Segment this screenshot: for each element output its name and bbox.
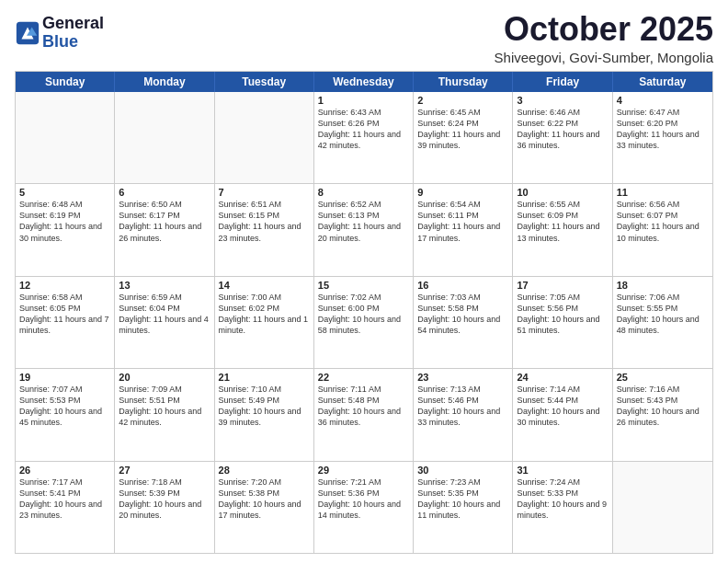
cell-info: Sunrise: 7:03 AM Sunset: 5:58 PM Dayligh… xyxy=(417,292,508,337)
cal-cell: 9Sunrise: 6:54 AM Sunset: 6:11 PM Daylig… xyxy=(414,184,513,275)
cal-cell: 15Sunrise: 7:02 AM Sunset: 6:00 PM Dayli… xyxy=(314,277,414,368)
day-number: 4 xyxy=(617,95,709,106)
cal-cell: 29Sunrise: 7:21 AM Sunset: 5:36 PM Dayli… xyxy=(314,462,414,553)
cal-cell: 4Sunrise: 6:47 AM Sunset: 6:20 PM Daylig… xyxy=(613,92,712,183)
cal-cell: 7Sunrise: 6:51 AM Sunset: 6:15 PM Daylig… xyxy=(215,184,314,275)
header: General Blue October 2025 Shiveegovi, Go… xyxy=(15,11,713,65)
cell-info: Sunrise: 7:05 AM Sunset: 5:56 PM Dayligh… xyxy=(517,292,608,337)
cell-info: Sunrise: 7:14 AM Sunset: 5:44 PM Dayligh… xyxy=(517,384,608,429)
cal-cell: 31Sunrise: 7:24 AM Sunset: 5:33 PM Dayli… xyxy=(513,462,612,553)
cell-info: Sunrise: 7:00 AM Sunset: 6:02 PM Dayligh… xyxy=(219,292,310,337)
cell-info: Sunrise: 7:11 AM Sunset: 5:48 PM Dayligh… xyxy=(318,384,409,429)
logo-text: General Blue xyxy=(42,15,104,52)
calendar-body: 1Sunrise: 6:43 AM Sunset: 6:26 PM Daylig… xyxy=(16,92,712,553)
day-number: 12 xyxy=(19,280,110,291)
cell-info: Sunrise: 6:58 AM Sunset: 6:05 PM Dayligh… xyxy=(19,292,110,337)
cal-cell: 16Sunrise: 7:03 AM Sunset: 5:58 PM Dayli… xyxy=(414,277,513,368)
cell-info: Sunrise: 7:24 AM Sunset: 5:33 PM Dayligh… xyxy=(517,477,608,522)
day-number: 1 xyxy=(318,95,409,106)
cal-cell xyxy=(613,462,712,553)
logo-icon xyxy=(15,20,40,46)
cell-info: Sunrise: 7:20 AM Sunset: 5:38 PM Dayligh… xyxy=(219,477,310,522)
cell-info: Sunrise: 7:09 AM Sunset: 5:51 PM Dayligh… xyxy=(119,384,210,429)
day-number: 18 xyxy=(617,280,709,291)
day-number: 30 xyxy=(417,465,508,476)
day-number: 2 xyxy=(417,95,508,106)
calendar-header: Sunday Monday Tuesday Wednesday Thursday… xyxy=(16,72,712,92)
cal-cell: 25Sunrise: 7:16 AM Sunset: 5:43 PM Dayli… xyxy=(613,369,712,460)
cell-info: Sunrise: 6:47 AM Sunset: 6:20 PM Dayligh… xyxy=(617,107,709,152)
day-number: 28 xyxy=(219,465,310,476)
cal-cell: 12Sunrise: 6:58 AM Sunset: 6:05 PM Dayli… xyxy=(16,277,115,368)
cal-cell: 2Sunrise: 6:45 AM Sunset: 6:24 PM Daylig… xyxy=(414,92,513,183)
cell-info: Sunrise: 7:07 AM Sunset: 5:53 PM Dayligh… xyxy=(19,384,110,429)
logo: General Blue xyxy=(15,15,104,52)
cal-cell: 11Sunrise: 6:56 AM Sunset: 6:07 PM Dayli… xyxy=(613,184,712,275)
day-number: 8 xyxy=(318,187,409,198)
cal-cell: 17Sunrise: 7:05 AM Sunset: 5:56 PM Dayli… xyxy=(513,277,612,368)
cal-cell: 3Sunrise: 6:46 AM Sunset: 6:22 PM Daylig… xyxy=(513,92,612,183)
cell-info: Sunrise: 6:56 AM Sunset: 6:07 PM Dayligh… xyxy=(617,199,709,244)
cal-cell: 1Sunrise: 6:43 AM Sunset: 6:26 PM Daylig… xyxy=(314,92,414,183)
day-number: 23 xyxy=(417,372,508,383)
day-number: 19 xyxy=(19,372,110,383)
day-number: 3 xyxy=(517,95,608,106)
cal-cell: 8Sunrise: 6:52 AM Sunset: 6:13 PM Daylig… xyxy=(314,184,414,275)
header-monday: Monday xyxy=(115,72,214,92)
cal-cell: 27Sunrise: 7:18 AM Sunset: 5:39 PM Dayli… xyxy=(115,462,214,553)
day-number: 25 xyxy=(617,372,709,383)
cal-cell: 28Sunrise: 7:20 AM Sunset: 5:38 PM Dayli… xyxy=(215,462,314,553)
header-saturday: Saturday xyxy=(613,72,712,92)
cell-info: Sunrise: 6:43 AM Sunset: 6:26 PM Dayligh… xyxy=(318,107,409,152)
day-number: 17 xyxy=(517,280,608,291)
header-sunday: Sunday xyxy=(16,72,115,92)
header-tuesday: Tuesday xyxy=(215,72,314,92)
cal-cell: 6Sunrise: 6:50 AM Sunset: 6:17 PM Daylig… xyxy=(115,184,214,275)
header-thursday: Thursday xyxy=(414,72,513,92)
month-title: October 2025 xyxy=(495,11,713,48)
cal-cell: 20Sunrise: 7:09 AM Sunset: 5:51 PM Dayli… xyxy=(115,369,214,460)
cal-cell: 13Sunrise: 6:59 AM Sunset: 6:04 PM Dayli… xyxy=(115,277,214,368)
day-number: 22 xyxy=(318,372,409,383)
cal-cell: 5Sunrise: 6:48 AM Sunset: 6:19 PM Daylig… xyxy=(16,184,115,275)
cal-cell: 30Sunrise: 7:23 AM Sunset: 5:35 PM Dayli… xyxy=(414,462,513,553)
cal-row-3: 19Sunrise: 7:07 AM Sunset: 5:53 PM Dayli… xyxy=(16,368,712,460)
cal-cell: 26Sunrise: 7:17 AM Sunset: 5:41 PM Dayli… xyxy=(16,462,115,553)
cal-cell: 21Sunrise: 7:10 AM Sunset: 5:49 PM Dayli… xyxy=(215,369,314,460)
cell-info: Sunrise: 6:50 AM Sunset: 6:17 PM Dayligh… xyxy=(119,199,210,244)
title-block: October 2025 Shiveegovi, Govi-Sumber, Mo… xyxy=(495,11,713,65)
calendar: Sunday Monday Tuesday Wednesday Thursday… xyxy=(15,71,713,554)
day-number: 26 xyxy=(19,465,110,476)
cell-info: Sunrise: 7:13 AM Sunset: 5:46 PM Dayligh… xyxy=(417,384,508,429)
cell-info: Sunrise: 7:18 AM Sunset: 5:39 PM Dayligh… xyxy=(119,477,210,522)
day-number: 21 xyxy=(219,372,310,383)
cell-info: Sunrise: 7:10 AM Sunset: 5:49 PM Dayligh… xyxy=(219,384,310,429)
cell-info: Sunrise: 6:51 AM Sunset: 6:15 PM Dayligh… xyxy=(219,199,310,244)
header-wednesday: Wednesday xyxy=(314,72,414,92)
cal-cell xyxy=(16,92,115,183)
cell-info: Sunrise: 6:46 AM Sunset: 6:22 PM Dayligh… xyxy=(517,107,608,152)
cal-cell xyxy=(215,92,314,183)
day-number: 29 xyxy=(318,465,409,476)
cal-row-4: 26Sunrise: 7:17 AM Sunset: 5:41 PM Dayli… xyxy=(16,461,712,553)
cell-info: Sunrise: 6:45 AM Sunset: 6:24 PM Dayligh… xyxy=(417,107,508,152)
cal-cell: 22Sunrise: 7:11 AM Sunset: 5:48 PM Dayli… xyxy=(314,369,414,460)
cal-cell: 24Sunrise: 7:14 AM Sunset: 5:44 PM Dayli… xyxy=(513,369,612,460)
cal-cell: 10Sunrise: 6:55 AM Sunset: 6:09 PM Dayli… xyxy=(513,184,612,275)
day-number: 24 xyxy=(517,372,608,383)
cal-cell xyxy=(115,92,214,183)
day-number: 14 xyxy=(219,280,310,291)
cell-info: Sunrise: 6:59 AM Sunset: 6:04 PM Dayligh… xyxy=(119,292,210,337)
day-number: 9 xyxy=(417,187,508,198)
day-number: 16 xyxy=(417,280,508,291)
day-number: 15 xyxy=(318,280,409,291)
day-number: 10 xyxy=(517,187,608,198)
day-number: 7 xyxy=(219,187,310,198)
cell-info: Sunrise: 6:52 AM Sunset: 6:13 PM Dayligh… xyxy=(318,199,409,244)
header-friday: Friday xyxy=(513,72,612,92)
cell-info: Sunrise: 7:06 AM Sunset: 5:55 PM Dayligh… xyxy=(617,292,709,337)
day-number: 5 xyxy=(19,187,110,198)
cal-cell: 23Sunrise: 7:13 AM Sunset: 5:46 PM Dayli… xyxy=(414,369,513,460)
day-number: 11 xyxy=(617,187,709,198)
cal-row-1: 5Sunrise: 6:48 AM Sunset: 6:19 PM Daylig… xyxy=(16,183,712,275)
